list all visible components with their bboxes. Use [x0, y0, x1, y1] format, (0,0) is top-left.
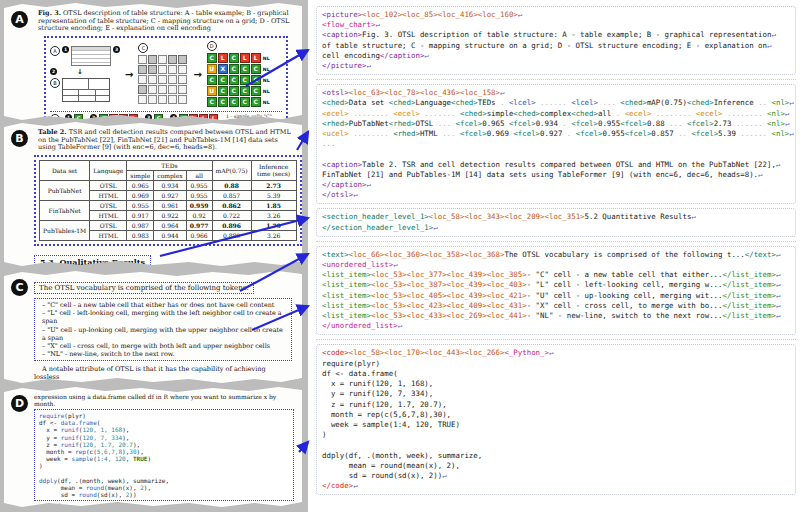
- token: <loc_377>: [407, 270, 447, 279]
- token: data.frame: [61, 419, 97, 426]
- heading-text: Qualitative Results: [60, 257, 145, 267]
- token: z =: [39, 441, 61, 448]
- nl-label: NL: [263, 78, 270, 83]
- token-line: week = sample(1:4, 120, TRUE): [39, 455, 289, 462]
- token: ↵: [776, 160, 780, 169]
- token: ↵: [785, 119, 789, 128]
- token: (sd(x),: [97, 491, 126, 498]
- grid-cell: [178, 55, 187, 64]
- grid-row: [138, 55, 188, 65]
- grid-overlay: [138, 55, 188, 105]
- token-line: <code><loc_58><loc_170><loc_443><loc_266…: [322, 348, 790, 358]
- token: 0.955: [602, 129, 624, 138]
- token: ↵: [758, 170, 762, 179]
- token: <fcel>: [509, 119, 536, 128]
- token: ↵: [367, 61, 371, 70]
- token: (mean(x),: [104, 484, 140, 491]
- grid-cell: L: [109, 114, 118, 123]
- token: ),: [137, 448, 144, 455]
- token-list-item: – "C" cell - a new table cell that eithe…: [42, 301, 286, 309]
- token: <loc_421>: [487, 291, 527, 300]
- token: <rhed>: [322, 119, 349, 128]
- token: <loc_358>: [424, 250, 464, 259]
- token: ........: [651, 109, 696, 118]
- token: ↵: [424, 51, 428, 60]
- token-line: <list_item><loc_53><loc_433><loc_269><lo…: [322, 311, 790, 321]
- grid-cell: [158, 95, 167, 104]
- token: 0.88: [647, 119, 669, 128]
- grid-cell: C: [229, 75, 239, 85]
- nl-label: NL: [263, 89, 270, 94]
- token: <loc_170>: [384, 348, 424, 357]
- token: <ched>: [389, 98, 416, 107]
- token: - "L" cell - left-looking cell, merging …: [527, 280, 723, 289]
- token: <fcel>: [625, 129, 652, 138]
- token: ......: [736, 119, 767, 128]
- token: <ched>: [620, 98, 647, 107]
- token: x =: [39, 426, 61, 433]
- grid-cell: L: [251, 53, 261, 63]
- token: PubTabNet: [349, 119, 389, 128]
- token: <unordered_list>: [322, 260, 393, 269]
- token: </otsl>: [322, 190, 353, 199]
- token: <ched>: [687, 98, 714, 107]
- token: ↵: [776, 250, 780, 259]
- token: <fcel>: [456, 119, 483, 128]
- trailing-text: A notable attribute of OTSL is that it h…: [34, 365, 292, 381]
- heading-number: 5.3: [40, 257, 54, 267]
- token: ..: [758, 98, 771, 107]
- token-line: y = runif(120, 7, 334),: [322, 389, 790, 399]
- grid-cell: L: [119, 114, 128, 123]
- grid-cell: [168, 65, 177, 74]
- token: ↵: [776, 270, 780, 279]
- token: ): [147, 455, 151, 462]
- token: <loc_53>: [371, 301, 407, 310]
- token-line: df <- data.frame(: [39, 419, 289, 426]
- token: <fcel>: [691, 129, 718, 138]
- section-heading: 5.3 Qualitative Results: [34, 255, 151, 269]
- right-arrow-icon: →: [193, 69, 201, 80]
- grid-cell: C: [207, 97, 217, 107]
- source-document-panel: A Fig. 3. OTSL description of table stru…: [0, 0, 308, 512]
- token: ↵: [767, 41, 771, 50]
- token: <loc_385>: [487, 270, 527, 279]
- token: ),: [122, 434, 129, 441]
- token: <caption>: [322, 30, 362, 39]
- grid-cell: L: [199, 114, 208, 123]
- grid-cell: [138, 65, 147, 74]
- grid-row: CCCCCNL: [207, 75, 270, 86]
- token: runif: [61, 441, 79, 448]
- grid-cell: L: [240, 53, 250, 63]
- grid-cluster: C: [138, 43, 188, 105]
- subfigure-c-marker: C: [138, 43, 148, 53]
- token: <loc_66>: [349, 250, 385, 259]
- token: <loc_387>: [407, 280, 447, 289]
- token: simple: [487, 109, 514, 118]
- token: <fcel>: [571, 119, 598, 128]
- caption-text: OTSL description of table structure: A -…: [38, 9, 289, 32]
- block-separator: [316, 241, 796, 242]
- snippet-marker-a: A: [11, 11, 28, 28]
- token-line: <ched>Data set <ched>Language<ched>TEDs …: [322, 98, 790, 108]
- token: sd =: [39, 491, 79, 498]
- token: <list_item>: [322, 280, 371, 289]
- token-line: sd = round(sd(x), 2))↵: [322, 471, 790, 481]
- token: FinTabNet [21] and PubTables-1M [14] dat…: [322, 170, 758, 179]
- token: ↵: [367, 180, 371, 189]
- token: 0.965: [482, 119, 509, 128]
- token: ↵: [500, 88, 504, 97]
- token: <loc_58>: [349, 348, 385, 357]
- token: week =: [39, 455, 72, 462]
- token-line: ): [39, 462, 289, 469]
- token: <loc_85>: [402, 10, 438, 19]
- token: ...: [322, 139, 335, 148]
- token: ...: [442, 129, 460, 138]
- token: ): [322, 430, 326, 439]
- token: <list_item>: [322, 301, 371, 310]
- grid-row: CLLL: [99, 114, 139, 124]
- token: <loc_423>: [407, 301, 447, 310]
- token: week = sample(1:4, 120, TRUE): [322, 420, 460, 429]
- token: <loc_368>: [464, 250, 504, 259]
- token: </list_item>: [722, 270, 775, 279]
- token: <nl>: [772, 129, 790, 138]
